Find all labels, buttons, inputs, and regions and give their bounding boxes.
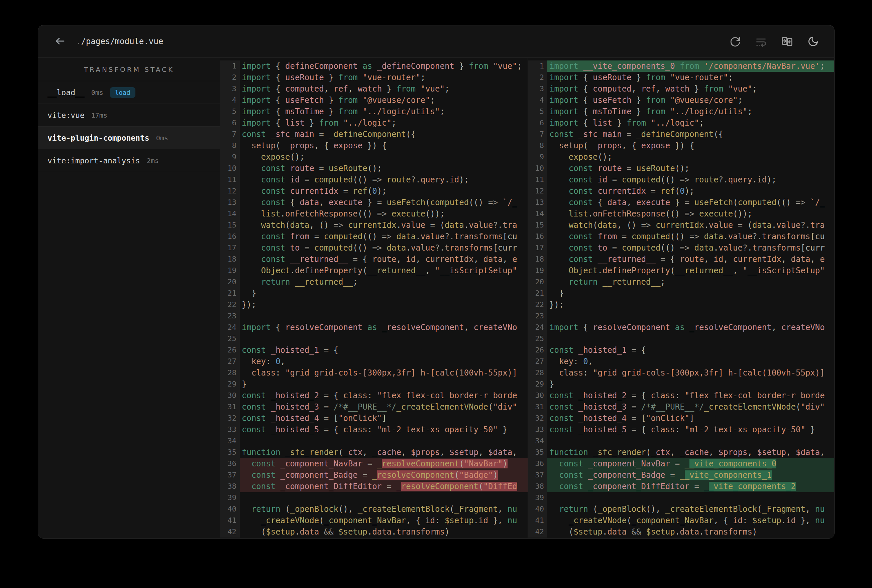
line-number: 1 [528, 60, 547, 72]
code-line: 1import { defineComponent as _defineComp… [220, 60, 528, 72]
code-line-content: return __returned__; [240, 276, 528, 288]
code-line: 12 const currentIdx = ref(0); [220, 185, 528, 197]
moon-icon [807, 36, 819, 47]
line-number: 29 [220, 378, 240, 390]
sidebar-item-vite-import-analysis[interactable]: vite:import-analysis2ms [38, 149, 220, 172]
back-button[interactable] [53, 34, 68, 49]
code-line: 26const _hoisted_1 = { [528, 345, 834, 356]
code-line: 27 key: 0, [528, 356, 834, 367]
title-bar: ./pages/module.vue [38, 26, 834, 58]
sidebar-item-vite-plugin-components[interactable]: vite-plugin-components0ms [38, 127, 220, 149]
code-line-content: key: 0, [547, 356, 834, 367]
code-line: 11 const id = computed(() => route?.quer… [220, 174, 528, 185]
code-line-content: }); [547, 299, 834, 310]
code-line-content: import { useFetch } from "@vueuse/core"; [547, 94, 834, 106]
line-number: 14 [220, 208, 240, 219]
code-line: 23 [220, 310, 528, 322]
compare-panels-icon [781, 35, 793, 48]
code-line: 42 ($setup.data && $setup.data.transform… [220, 526, 528, 537]
code-line-content [240, 310, 528, 322]
code-line: 5import { msToTime } from "../logic/util… [220, 106, 528, 117]
refresh-button[interactable] [729, 35, 741, 48]
code-line: 33const _hoisted_5 = { class: "ml-2 text… [528, 424, 834, 435]
code-line-content: import { useRoute } from "vue-router"; [547, 72, 834, 83]
code-line-content: const _component_Badge = _resolveCompone… [240, 470, 528, 481]
code-line: 32const _hoisted_4 = ["onClick"] [528, 412, 834, 424]
code-line: 21 } [220, 288, 528, 299]
title-bar-actions [729, 35, 819, 48]
code-line-content: import __vite_components_0 from '/compon… [547, 60, 834, 72]
code-line: 16 const from = computed(() => data.valu… [220, 231, 528, 242]
code-line: 20 return __returned__; [220, 276, 528, 288]
code-line-content [547, 333, 834, 345]
main-area: TRANSFORM STACK __load__0msloadvite:vue1… [38, 58, 834, 538]
code-line: 1import __vite_components_0 from '/compo… [528, 60, 834, 72]
code-line: 26const _hoisted_1 = { [220, 345, 528, 356]
code-line-content: const currentIdx = ref(0); [240, 185, 528, 197]
sidebar-item--load-[interactable]: __load__0msload [38, 81, 220, 104]
code-line: 9 expose(); [220, 152, 528, 163]
line-number: 38 [220, 481, 240, 492]
code-line: 34 [528, 435, 834, 447]
code-line: 31const _hoisted_3 = /*#__PURE__*/_creat… [528, 401, 834, 412]
line-number: 10 [528, 163, 547, 174]
code-line-content: const route = useRoute(); [547, 163, 834, 174]
diff-view: 1import { defineComponent as _defineComp… [220, 58, 834, 538]
code-line-content: setup(__props, { expose }) { [547, 140, 834, 152]
line-number: 4 [528, 94, 547, 106]
code-line: 32const _hoisted_4 = ["onClick"] [220, 412, 528, 424]
code-line: 22}); [528, 299, 834, 310]
sidebar-item-vite-vue[interactable]: vite:vue17ms [38, 104, 220, 127]
code-line-content: } [547, 378, 834, 390]
code-line: 17 const to = computed(() => data.value?… [220, 242, 528, 254]
code-line: 39 [528, 492, 834, 504]
line-number: 17 [220, 242, 240, 254]
code-line: 24import { resolveComponent as _resolveC… [220, 322, 528, 333]
line-number: 37 [528, 470, 547, 481]
line-number: 33 [220, 424, 240, 435]
code-line-content: const from = computed(() => data.value?.… [240, 231, 528, 242]
line-number: 16 [220, 231, 240, 242]
code-line-content: function _sfc_render(_ctx, _cache, $prop… [240, 447, 528, 458]
line-number: 7 [528, 129, 547, 140]
line-number: 10 [220, 163, 240, 174]
code-line: 38 const _component_DiffEditor = _resolv… [220, 481, 528, 492]
code-line: 39 [220, 492, 528, 504]
line-number: 34 [220, 435, 240, 447]
code-line-content: function _sfc_render(_ctx, _cache, $prop… [547, 447, 834, 458]
line-wrap-button[interactable] [755, 35, 767, 48]
line-number: 6 [528, 117, 547, 129]
code-line: 21 } [528, 288, 834, 299]
plugin-name: vite:import-analysis [48, 156, 140, 165]
plugin-name: vite-plugin-components [48, 134, 149, 142]
line-number: 28 [220, 367, 240, 378]
line-number: 26 [220, 345, 240, 356]
code-line-content: const _hoisted_1 = { [547, 345, 834, 356]
line-number: 22 [528, 299, 547, 310]
line-number: 42 [220, 526, 240, 537]
side-by-side-diff-button[interactable] [781, 35, 794, 48]
plugin-time: 0ms [91, 88, 103, 96]
code-line: 11 const id = computed(() => route?.quer… [528, 174, 834, 185]
line-number: 11 [220, 174, 240, 185]
color-scheme-button[interactable] [807, 35, 819, 48]
wrap-text-icon [755, 36, 767, 47]
code-line: 5import { msToTime } from "../logic/util… [528, 106, 834, 117]
code-line: 40 return (_openBlock(), _createElementB… [528, 504, 834, 515]
line-number: 31 [528, 401, 547, 412]
code-line-content: } [240, 288, 528, 299]
page-title-path: /pages/module.vue [81, 37, 163, 46]
line-number: 23 [220, 310, 240, 322]
refresh-icon [729, 36, 741, 47]
code-line: 25 [220, 333, 528, 345]
code-line: 20 return __returned__; [528, 276, 834, 288]
code-line: 37 const _component_Badge = _resolveComp… [220, 470, 528, 481]
inspect-window: ./pages/module.vue [38, 25, 834, 538]
code-line: 30const _hoisted_2 = { class: "flex flex… [220, 390, 528, 401]
code-line: 13 const { data, execute } = useFetch(co… [528, 197, 834, 208]
code-line: 13 const { data, execute } = useFetch(co… [220, 197, 528, 208]
code-line: 36 const _component_NavBar = __vite_comp… [528, 458, 834, 470]
code-line-content: const _sfc_main = _defineComponent({ [547, 129, 834, 140]
code-line-content: ($setup.data && $setup.data.transforms) [240, 526, 528, 537]
line-number: 42 [528, 526, 547, 537]
